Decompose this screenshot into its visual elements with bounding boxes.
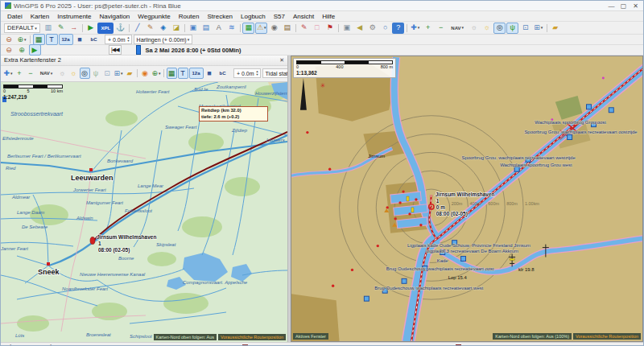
time-step-back-icon[interactable]: ⊖: [3, 44, 15, 56]
backlight-off-icon[interactable]: ☼: [468, 23, 480, 34]
pan-arrows-icon[interactable]: ✚▾: [409, 23, 421, 34]
pip-window-icon[interactable]: ⊡: [102, 68, 113, 79]
text-label-icon[interactable]: A: [213, 23, 225, 34]
compass-rose-icon[interactable]: ◈: [157, 23, 169, 34]
center-vessel-icon[interactable]: ◎: [80, 68, 90, 79]
follow-route-icon[interactable]: ψ: [506, 23, 518, 34]
time-slider[interactable]: [136, 45, 141, 55]
flag-icon[interactable]: ⚑: [324, 23, 336, 34]
toolbar-separator: [338, 24, 339, 32]
menu-hilfe[interactable]: Hilfe: [318, 13, 339, 20]
zoom-in-icon[interactable]: +: [14, 68, 25, 79]
map-label: Spoorbrug Grou, wachtplaats recreatievaa…: [524, 130, 638, 134]
chart-folder-icon[interactable]: ▰: [125, 68, 135, 79]
edit-pencil-icon[interactable]: ✎: [144, 23, 156, 34]
text-toggle[interactable]: T: [46, 34, 58, 45]
simulation-icon[interactable]: ▶: [29, 44, 41, 56]
menu-strecken[interactable]: Strecken: [203, 13, 237, 20]
chart-1800-icon[interactable]: ▦: [33, 34, 45, 45]
gps-connect-icon[interactable]: ▥: [42, 23, 54, 34]
xpl-button[interactable]: XPL: [97, 23, 114, 34]
main-chart-window[interactable]: Wachtplaats spoorbrug Grou oostSpoorbrug…: [291, 56, 643, 342]
chart-list-icon[interactable]: ▤: [200, 23, 212, 34]
center-vessel-icon[interactable]: ◎: [493, 23, 506, 34]
window-layout-icon[interactable]: ⊞▾: [114, 68, 124, 79]
menu-datei[interactable]: Datei: [3, 13, 27, 20]
red-pencil-icon[interactable]: ✎: [298, 23, 310, 34]
waypoint-marker-icon[interactable]: [90, 237, 95, 244]
chart-folder-icon[interactable]: ▰: [549, 23, 561, 34]
grib-waves-icon[interactable]: ≋: [225, 23, 237, 34]
search-icon[interactable]: ○: [379, 23, 391, 34]
start-navigation-icon[interactable]: ▶: [85, 23, 97, 34]
menu-s57[interactable]: S57: [270, 13, 289, 20]
menu-wegpunkte[interactable]: Wegpunkte: [134, 13, 174, 20]
copy-chart-icon[interactable]: ▣: [187, 23, 199, 34]
menu-instrumente[interactable]: Instrumente: [53, 13, 95, 20]
maximize-button[interactable]: ▢: [617, 2, 630, 10]
warnings-icon[interactable]: ⚠▾: [255, 23, 267, 34]
depths-toggle[interactable]: 12a: [59, 34, 73, 45]
chart-colors-toggle[interactable]: bC: [216, 68, 230, 79]
nav-mode-button[interactable]: NAV▾: [448, 23, 467, 34]
tile-window-icon[interactable]: ▣: [341, 23, 353, 34]
zoom-in-icon[interactable]: +: [422, 23, 434, 34]
pan-arrows-icon[interactable]: ✚▾: [3, 68, 14, 79]
spinner-arrows-icon[interactable]: ▲▼: [127, 36, 130, 43]
depth-offset-spinner[interactable]: + 0.0m ▲▼: [105, 35, 132, 44]
zoom-out-icon[interactable]: −: [26, 68, 36, 79]
almanac-icon[interactable]: ▤: [281, 23, 293, 34]
menu-logbuch[interactable]: Logbuch: [237, 13, 270, 20]
gps-position-icon[interactable]: ◉: [140, 68, 151, 79]
webcam-icon[interactable]: ◉: [268, 23, 280, 34]
depths-toggle[interactable]: 12a: [189, 68, 204, 79]
time-simulation-toolbar: ⊖⊕▶ |◀◀ Sa 2 Mai 2026 8:00 (+ 0Std 00Min…: [1, 45, 643, 56]
window-layout-icon[interactable]: ⊞▾: [532, 23, 544, 34]
pink-window-icon[interactable]: □: [311, 23, 323, 34]
map-label: Berltsumer Feart / Berlikumervaart: [7, 154, 81, 159]
tide-stations-icon[interactable]: ⊕▾: [16, 34, 28, 45]
menu-ansicht[interactable]: Ansicht: [289, 13, 318, 20]
chart-1800-icon[interactable]: ▦: [167, 68, 177, 79]
nautical-chart[interactable]: Wachtplaats spoorbrug Grou oostSpoorbrug…: [291, 56, 643, 342]
measure-icon[interactable]: ╱: [131, 23, 143, 34]
backlight-on-icon[interactable]: ☼: [68, 68, 79, 79]
spinner-arrows-icon[interactable]: ▲▼: [256, 70, 259, 76]
backlight-off-icon[interactable]: ☼: [57, 68, 68, 79]
depth-offset-spinner[interactable]: + 0.0m ▲▼: [233, 68, 261, 78]
menu-navigation[interactable]: Navigation: [96, 13, 134, 20]
time-offset-icon[interactable]: ⊖: [3, 34, 15, 45]
chart-manager-icon[interactable]: ▦: [242, 23, 254, 34]
tide-station-dropdown[interactable]: Harlingen (+ 0.00m) ▾: [134, 35, 193, 44]
chart-colors-toggle[interactable]: bC: [87, 34, 101, 45]
close-button[interactable]: ✕: [630, 2, 642, 10]
text-toggle[interactable]: T: [178, 68, 188, 79]
menu-karten[interactable]: Karten: [27, 13, 54, 20]
route-position-badge: Voraussichtliche Routenposition: [218, 334, 286, 340]
backlight-on-icon[interactable]: ☼: [481, 23, 493, 34]
megaphone-icon[interactable]: ◀: [353, 23, 365, 34]
deep-water-toggle[interactable]: ■: [74, 34, 86, 45]
menu-routen[interactable]: Routen: [175, 13, 204, 20]
track-arrow-icon[interactable]: →: [68, 23, 80, 34]
anchor-icon[interactable]: ⚓: [114, 23, 126, 34]
eraser-icon[interactable]: ◪: [170, 23, 182, 34]
help-icon[interactable]: ?: [392, 23, 404, 34]
nav-mode-button[interactable]: NAV▾: [37, 68, 56, 79]
zoom-out-icon[interactable]: −: [435, 23, 447, 34]
world-chart-icon[interactable]: ⊕▾: [151, 68, 162, 79]
glyph: ◎: [81, 70, 88, 77]
panel-close-button[interactable]: ✕: [279, 57, 284, 64]
pip-window-icon[interactable]: ⊡: [519, 23, 531, 34]
wrench-icon[interactable]: ⚙: [366, 23, 378, 34]
glyph: +: [17, 70, 21, 77]
follow-route-icon[interactable]: ψ: [91, 68, 101, 79]
left-map[interactable]: Holwerter FeartSúd IeZoutkamperrilHouwer…: [1, 82, 287, 342]
profile-dropdown[interactable]: DEFAULT ▾: [4, 23, 40, 33]
skip-to-start-button[interactable]: |◀◀: [109, 45, 122, 55]
time-now-icon[interactable]: ⊕: [16, 44, 28, 56]
deep-water-toggle[interactable]: ■: [204, 68, 215, 79]
glyph: ▶: [32, 47, 38, 54]
route-pencil-icon[interactable]: ✎: [55, 23, 67, 34]
minimize-button[interactable]: —: [605, 2, 617, 10]
